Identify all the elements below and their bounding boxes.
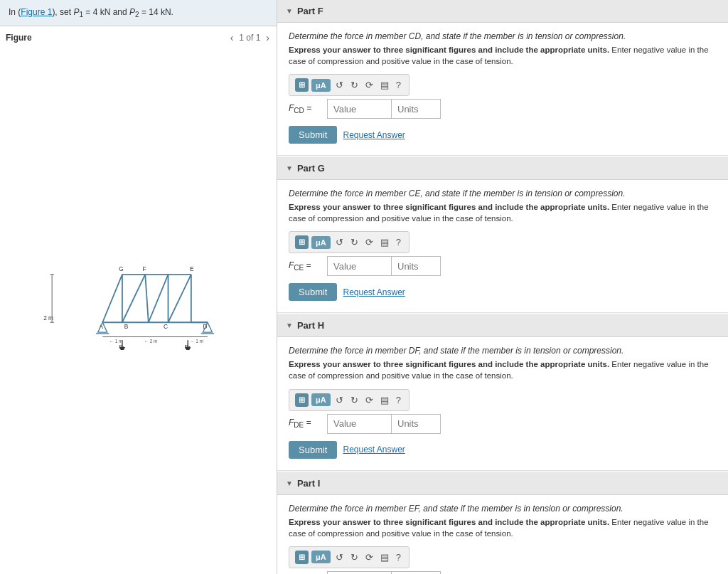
units-input-h[interactable] (391, 414, 441, 434)
svg-line-14 (148, 275, 168, 322)
format-btn-g[interactable]: ⊞ (295, 235, 309, 249)
redo-btn-h[interactable]: ↻ (348, 393, 360, 407)
submit-btn-h[interactable]: Submit (289, 441, 337, 459)
request-btn-g[interactable]: Request Answer (343, 287, 405, 297)
submit-btn-f[interactable]: Submit (289, 126, 337, 144)
menu-btn-f[interactable]: ▤ (378, 78, 391, 92)
part-section-f: ▼ Part F Determine the force in member C… (277, 0, 728, 156)
help-btn-g[interactable]: ? (394, 235, 403, 249)
figure-next-button[interactable]: › (264, 32, 271, 43)
svg-line-10 (102, 275, 122, 322)
svg-text:← 2 m: ← 2 m (144, 339, 157, 344)
answer-row-h: FDE = (289, 414, 717, 434)
figure-header: Figure ‹ 1 of 1 › (6, 32, 271, 43)
chevron-icon-g: ▼ (286, 164, 293, 172)
truss-figure: G F E 2 m A B C D (36, 265, 242, 350)
chevron-icon-f: ▼ (286, 7, 293, 15)
format-btn-h[interactable]: ⊞ (295, 393, 309, 407)
input-toolbar-h: ⊞ μA ↺ ↻ ⟳ ▤ ? (289, 389, 410, 411)
value-input-g[interactable] (327, 256, 391, 276)
undo-btn-h[interactable]: ↺ (333, 393, 346, 407)
format-btn-f[interactable]: ⊞ (295, 78, 309, 92)
part-desc-g: Determine the force in member CE, and st… (289, 188, 717, 198)
part-instruction-f: Express your answer to three significant… (289, 44, 717, 67)
answer-row-f: FCD = (289, 99, 717, 119)
answer-row-i: FEF = (289, 571, 717, 574)
figure-prev-button[interactable]: ‹ (229, 32, 235, 43)
undo-btn-f[interactable]: ↺ (333, 78, 346, 92)
help-btn-f[interactable]: ? (394, 78, 403, 92)
part-label-g: Part G (297, 163, 325, 174)
part-label-f: Part F (297, 6, 323, 16)
svg-text:→ 1 m: → 1 m (190, 339, 203, 344)
part-body-f: Determine the force in member CD, and st… (277, 23, 728, 155)
input-toolbar-i: ⊞ μA ↺ ↻ ⟳ ▤ ? (289, 546, 410, 568)
help-btn-h[interactable]: ? (394, 393, 403, 407)
undo-btn-g[interactable]: ↺ (333, 235, 346, 249)
figure-page-info: 1 of 1 (239, 33, 260, 43)
help-btn-i[interactable]: ? (394, 551, 403, 564)
svg-text:P₁: P₁ (119, 344, 124, 350)
action-row-h: Submit Request Answer (289, 441, 717, 459)
submit-btn-g[interactable]: Submit (289, 283, 337, 301)
part-label-i: Part I (297, 478, 321, 489)
svg-text:← 1 m: ← 1 m (109, 339, 122, 344)
figure-nav: ‹ 1 of 1 › (229, 32, 271, 43)
undo-btn-i[interactable]: ↺ (333, 551, 346, 564)
part-body-h: Determine the force in member DF, and st… (277, 337, 728, 469)
request-btn-h[interactable]: Request Answer (343, 445, 405, 455)
svg-text:C: C (164, 324, 168, 331)
chevron-icon-h: ▼ (286, 321, 293, 329)
part-section-g: ▼ Part G Determine the force in member C… (277, 157, 728, 313)
part-instruction-g: Express your answer to three significant… (289, 201, 717, 224)
request-btn-f[interactable]: Request Answer (343, 130, 405, 140)
units-input-f[interactable] (391, 99, 441, 119)
redo-btn-f[interactable]: ↻ (348, 78, 360, 92)
value-input-f[interactable] (327, 99, 391, 119)
part-body-i: Determine the force in member EF, and st… (277, 495, 728, 574)
refresh-btn-g[interactable]: ⟳ (363, 235, 375, 249)
units-input-g[interactable] (391, 256, 441, 276)
refresh-btn-f[interactable]: ⟳ (363, 78, 375, 92)
part-instruction-i: Express your answer to three significant… (289, 516, 717, 539)
part-header-h[interactable]: ▼ Part H (277, 314, 728, 337)
svg-text:P₂: P₂ (184, 344, 190, 350)
answer-row-g: FCE = (289, 256, 717, 276)
figure-title: Figure (6, 33, 32, 43)
svg-line-13 (145, 275, 149, 322)
answer-label-g: FCE = (289, 260, 324, 272)
menu-btn-h[interactable]: ▤ (378, 393, 391, 407)
format-btn-i[interactable]: ⊞ (295, 551, 309, 564)
action-row-g: Submit Request Answer (289, 283, 717, 301)
mu-btn-g[interactable]: μA (311, 236, 331, 249)
mu-btn-h[interactable]: μA (311, 393, 331, 406)
figure-link[interactable]: Figure 1 (21, 7, 52, 17)
refresh-btn-h[interactable]: ⟳ (363, 393, 375, 407)
part-section-h: ▼ Part H Determine the force in member D… (277, 314, 728, 470)
mu-btn-f[interactable]: μA (311, 79, 331, 92)
part-section-i: ▼ Part I Determine the force in member E… (277, 472, 728, 574)
mu-btn-i[interactable]: μA (311, 551, 331, 563)
input-toolbar-f: ⊞ μA ↺ ↻ ⟳ ▤ ? (289, 74, 410, 96)
part-header-i[interactable]: ▼ Part I (277, 472, 728, 495)
value-input-h[interactable] (327, 414, 391, 434)
value-input-i[interactable] (327, 571, 391, 574)
figure-canvas: G F E 2 m A B C D (6, 46, 271, 568)
figure-area: Figure ‹ 1 of 1 › G F E 2 m A B C D (0, 26, 277, 574)
refresh-btn-i[interactable]: ⟳ (363, 551, 375, 564)
answer-label-h: FDE = (289, 418, 324, 429)
units-input-i[interactable] (391, 571, 441, 574)
part-header-f[interactable]: ▼ Part F (277, 0, 728, 23)
menu-btn-g[interactable]: ▤ (378, 235, 391, 249)
part-body-g: Determine the force in member CE, and st… (277, 180, 728, 312)
menu-btn-i[interactable]: ▤ (378, 551, 391, 564)
redo-btn-g[interactable]: ↻ (348, 235, 360, 249)
svg-text:F: F (142, 265, 146, 272)
part-header-g[interactable]: ▼ Part G (277, 157, 728, 180)
answer-label-f: FCD = (289, 103, 324, 115)
redo-btn-i[interactable]: ↻ (348, 551, 360, 564)
chevron-icon-i: ▼ (286, 479, 293, 487)
part-instruction-h: Express your answer to three significant… (289, 358, 717, 381)
part-label-h: Part H (297, 320, 324, 331)
problem-statement: In (Figure 1), set P1 = 4 kN and P2 = 14… (0, 0, 277, 26)
